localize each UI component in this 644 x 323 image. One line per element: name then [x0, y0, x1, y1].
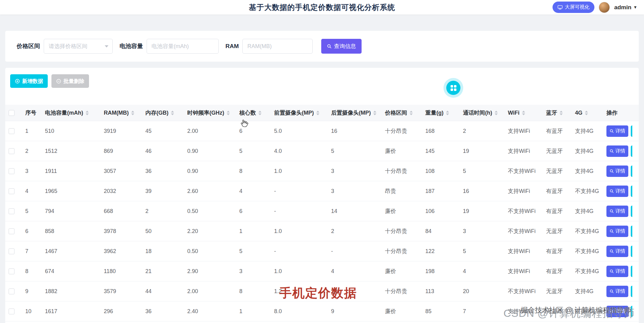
batch-delete-button[interactable]: 批量删除 — [51, 74, 89, 88]
detail-button[interactable]: 详情 — [606, 226, 628, 237]
action-cell: 详情 — [606, 221, 632, 241]
table-row: 15103919452.0065.016十分昂贵1682支持WiFi有蓝牙支持4… — [5, 121, 639, 141]
table-cell: 50 — [145, 221, 187, 241]
big-screen-button[interactable]: 大屏可视化 — [553, 2, 594, 13]
detail-button[interactable]: 详情 — [606, 246, 628, 257]
detail-button[interactable]: 详情 — [606, 166, 628, 177]
sort-icon[interactable] — [86, 111, 89, 115]
sort-icon[interactable] — [410, 111, 413, 115]
sort-icon[interactable] — [171, 111, 174, 115]
table-cell: 1882 — [45, 281, 104, 301]
column-header[interactable]: 重量(g) — [425, 105, 463, 121]
edit-button-clipped[interactable] — [631, 246, 632, 257]
sort-icon[interactable] — [446, 111, 449, 115]
edit-button-clipped[interactable] — [631, 226, 632, 237]
row-checkbox[interactable] — [9, 288, 14, 294]
avatar[interactable] — [599, 2, 610, 13]
table-cell: 8 — [25, 261, 45, 281]
row-checkbox[interactable] — [9, 188, 14, 194]
battery-field[interactable] — [147, 39, 219, 54]
detail-label: 详情 — [615, 148, 625, 154]
sort-icon[interactable] — [585, 111, 588, 115]
row-checkbox[interactable] — [9, 248, 14, 254]
detail-button[interactable]: 详情 — [606, 186, 628, 197]
column-header[interactable]: 内存(GB) — [145, 105, 187, 121]
detail-button[interactable]: 详情 — [606, 286, 628, 297]
edit-button-clipped[interactable] — [631, 186, 632, 197]
detail-button[interactable]: 详情 — [606, 266, 628, 277]
column-header[interactable]: 4G — [575, 105, 606, 121]
table-cell: 0.50 — [187, 241, 239, 261]
column-header[interactable]: 序号 — [25, 105, 45, 121]
table-cell: 7 — [463, 301, 508, 321]
column-header[interactable]: 蓝牙 — [546, 105, 575, 121]
table-cell: 45 — [145, 121, 187, 141]
price-range-select-input[interactable] — [44, 39, 112, 53]
column-header[interactable]: 后置摄像头(MP) — [331, 105, 385, 121]
edit-button-clipped[interactable] — [631, 206, 632, 217]
edit-button-clipped[interactable] — [631, 145, 632, 157]
action-cell: 详情 — [606, 261, 632, 281]
column-header[interactable]: 操作 — [606, 105, 632, 121]
checkbox-cell — [5, 141, 25, 161]
query-button[interactable]: 查询信息 — [321, 39, 362, 54]
column-header[interactable]: 价格区间 — [385, 105, 425, 121]
row-checkbox[interactable] — [9, 228, 14, 234]
column-header[interactable]: 电池容量(mAh) — [45, 105, 104, 121]
column-header[interactable]: 时钟频率(GHz) — [187, 105, 239, 121]
row-checkbox[interactable] — [9, 268, 14, 274]
sort-icon[interactable] — [131, 111, 134, 115]
table-cell: 廉价 — [385, 141, 425, 161]
sort-icon[interactable] — [495, 111, 498, 115]
add-data-button[interactable]: 新增数据 — [10, 74, 48, 88]
sort-icon[interactable] — [373, 111, 376, 115]
sort-icon[interactable] — [522, 111, 525, 115]
row-checkbox[interactable] — [9, 128, 14, 134]
action-cell: 详情 — [606, 161, 632, 181]
edit-button-clipped[interactable] — [631, 166, 632, 177]
column-header[interactable]: 核心数 — [239, 105, 274, 121]
table-cell: 18 — [145, 241, 187, 261]
table-cell: 16 — [463, 181, 508, 201]
column-settings-button[interactable] — [446, 81, 460, 95]
sort-icon[interactable] — [258, 111, 261, 115]
table-cell: 5 — [463, 161, 508, 181]
price-range-select[interactable] — [44, 39, 113, 54]
column-label: 4G — [575, 110, 582, 116]
ram-field[interactable] — [242, 39, 313, 54]
edit-button-clipped[interactable] — [631, 286, 632, 297]
sort-icon[interactable] — [316, 111, 319, 115]
table-cell: 不支持WiFi — [508, 161, 546, 181]
column-label: 时钟频率(GHz) — [187, 109, 224, 117]
table-cell: 5 — [239, 241, 274, 261]
detail-button[interactable]: 详情 — [606, 206, 628, 217]
column-header[interactable]: 通话时间(h) — [463, 105, 508, 121]
table-cell: 0.90 — [187, 161, 239, 181]
user-menu[interactable]: admin ▼ — [614, 4, 637, 11]
battery-input[interactable] — [147, 39, 218, 53]
table-cell: 3579 — [104, 281, 145, 301]
row-checkbox[interactable] — [9, 110, 14, 116]
edit-button-clipped[interactable] — [631, 125, 632, 137]
edit-button-clipped[interactable] — [631, 266, 632, 277]
column-header[interactable]: 前置摄像头(MP) — [274, 105, 331, 121]
table-cell: 4 — [25, 181, 45, 201]
table-cell: 16 — [331, 121, 385, 141]
table-cell: 支持WiFi — [508, 241, 546, 261]
table-cell: 4 — [463, 261, 508, 281]
sort-icon[interactable] — [560, 111, 563, 115]
row-checkbox[interactable] — [9, 168, 14, 174]
magnifier-icon — [610, 209, 614, 213]
column-header[interactable]: WiFi — [508, 105, 546, 121]
row-checkbox[interactable] — [9, 208, 14, 214]
row-checkbox[interactable] — [9, 148, 14, 154]
detail-button[interactable]: 详情 — [606, 125, 628, 137]
column-header[interactable]: RAM(MB) — [104, 105, 145, 121]
checkbox-cell — [5, 121, 25, 141]
action-cell: 详情 — [606, 241, 632, 261]
detail-button[interactable]: 详情 — [606, 145, 628, 157]
row-checkbox[interactable] — [9, 309, 14, 314]
query-button-label: 查询信息 — [334, 43, 356, 50]
sort-icon[interactable] — [227, 111, 230, 115]
ram-input[interactable] — [243, 39, 312, 53]
